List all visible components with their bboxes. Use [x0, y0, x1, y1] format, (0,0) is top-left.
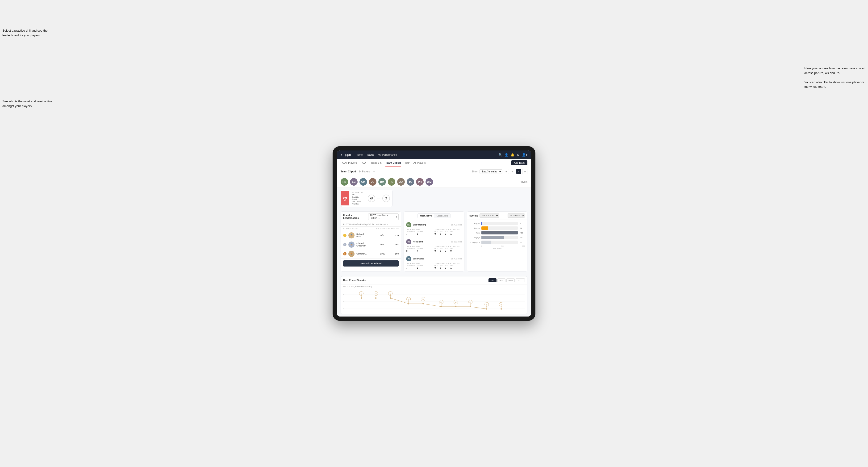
pac-practice-value-1: 6 — [417, 232, 423, 235]
sub-nav-all-players[interactable]: All Players — [413, 159, 426, 166]
par-filter-select[interactable]: Par 3, 4 & 5s — [479, 214, 499, 218]
player-filter-select[interactable]: All Players — [507, 214, 525, 218]
streaks-tab-putt[interactable]: PUTT — [516, 278, 525, 282]
sub-nav-pga[interactable]: PGA — [361, 159, 366, 166]
avatar[interactable]: JC — [369, 178, 376, 186]
svg-point-6 — [361, 298, 362, 299]
shot-distance-box: 198 yd — [341, 191, 349, 206]
pac-activities-group-2: Total Practice Activities OTT 0 APP 0 — [434, 245, 462, 252]
add-team-button[interactable]: Add Team — [511, 160, 527, 165]
grid-large-view-btn[interactable]: ⊟ — [510, 169, 515, 174]
pac-name-2: Rees Britt — [413, 241, 450, 243]
leaderboard-col-headers: PLAYER NAME PB SCORE PB AVG SQ — [341, 227, 401, 231]
table-view-btn[interactable]: ⊠ — [522, 169, 527, 174]
svg-point-38 — [486, 308, 487, 310]
shot-left-value: 16 — [370, 196, 373, 199]
pac-date-3: 26 Aug 2023 — [451, 258, 462, 260]
annotation-bottom-left: See who is the most and least active amo… — [2, 99, 54, 108]
avatar[interactable]: RB — [388, 178, 395, 186]
pac-stats-1: Total Rounds Tournament 7 Practice 6 — [406, 228, 462, 235]
avatar[interactable]: EC — [350, 178, 358, 186]
player-avg-2: 107 — [387, 243, 399, 246]
shot-info: Shot Dist: 16 yds Start Lie: Rough End L… — [349, 190, 365, 207]
streaks-title: Best Round Streaks — [343, 279, 489, 282]
svg-point-14 — [390, 298, 391, 299]
most-active-tab[interactable]: Most Active — [418, 214, 434, 218]
sub-nav-pgat[interactable]: PGAT Players — [341, 159, 357, 166]
scoring-title: Scoring — [469, 214, 478, 217]
edit-icon[interactable]: ✏ — [373, 170, 375, 173]
bell-icon[interactable]: 🔔 — [511, 153, 515, 157]
show-select[interactable]: Last 3 months — [479, 169, 502, 174]
pac-tournament-1: Tournament 7 — [406, 231, 415, 235]
bar-row-dbogeys: D. Bogeys + 131 — [469, 241, 525, 244]
nav-bar: clippd Home Teams My Performance 🔍 👤 🔔 ⚙… — [337, 151, 531, 159]
pac-rounds-group-2: Total Rounds Tournament 8 Practice 4 — [406, 245, 434, 252]
svg-point-22 — [423, 303, 424, 305]
player-avg-1: 110 — [387, 234, 399, 237]
svg-text:3x: 3x — [500, 304, 502, 305]
pac-stats-3: Total Rounds Tournament 7 Practice 2 — [406, 262, 462, 269]
streaks-tab-ott[interactable]: OTT — [489, 278, 497, 282]
pac-practice-label-2: Practice — [417, 248, 423, 250]
streaks-tab-app[interactable]: APP — [497, 278, 505, 282]
list-view-btn[interactable]: ≡ — [516, 169, 521, 174]
avatar[interactable]: RB — [341, 178, 348, 186]
pac-putt-2: PUTT 0 — [450, 248, 455, 252]
pac-activities-label-1: Total Practice Activities — [434, 228, 462, 230]
pac-rounds-row-2: Tournament 8 Practice 4 — [406, 248, 434, 252]
annotation-top-left: Select a practice drill and see the lead… — [2, 28, 54, 37]
pac-stats-2: Total Rounds Tournament 8 Practice 4 — [406, 245, 462, 252]
settings-icon[interactable]: ⚙ — [517, 153, 520, 157]
avatar[interactable]: BM — [378, 178, 386, 186]
avatar[interactable]: PH — [416, 178, 424, 186]
sub-nav-team-clippd[interactable]: Team Clippd — [385, 159, 401, 166]
view-full-leaderboard-button[interactable]: View Full Leaderboard — [343, 260, 399, 267]
svg-text:6: 6 — [343, 294, 344, 296]
user-icon[interactable]: 👤 — [504, 153, 508, 157]
sub-nav-tour[interactable]: Tour — [404, 159, 409, 166]
streaks-card: Best Round Streaks OTT APP ARG PUTT Off … — [341, 276, 527, 314]
shot-right-label: yds — [385, 199, 387, 200]
nav-link-performance[interactable]: My Performance — [378, 152, 397, 157]
nav-link-home[interactable]: Home — [356, 152, 363, 157]
leaderboard-title: Practice Leaderboards — [343, 214, 366, 219]
sub-nav-hcaps[interactable]: Hcaps 1-5 — [370, 159, 382, 166]
bar-row-bogeys: Bogeys 311 — [469, 236, 525, 239]
pac-app-1: APP 0 — [440, 231, 443, 235]
bar-value-pars: 499 — [520, 232, 525, 234]
grid-small-view-btn[interactable]: ⊞ — [504, 169, 509, 174]
streaks-tab-arg[interactable]: ARG — [506, 278, 515, 282]
leaderboard-dropdown[interactable]: PUTT Must Make Putting ... ▾ — [368, 214, 399, 220]
avatar-icon[interactable]: 👤▾ — [522, 153, 527, 157]
nav-link-teams[interactable]: Teams — [367, 152, 374, 157]
avatar[interactable]: JO — [397, 178, 405, 186]
pac-practice-2: Practice 4 — [417, 248, 423, 252]
svg-point-10 — [375, 298, 377, 299]
activity-header: Most Active Least Active — [404, 212, 464, 220]
svg-text:3x: 3x — [486, 304, 488, 305]
avatar[interactable]: CM — [360, 178, 367, 186]
col-pb-avg: PB AVG SQ — [387, 228, 399, 230]
bar-track-pars — [482, 231, 518, 235]
pac-name-1: Blair McHarg — [413, 224, 450, 226]
avatar[interactable]: WM — [426, 178, 433, 186]
svg-point-26 — [441, 306, 442, 307]
player-score-2: 18/20 — [371, 243, 385, 246]
avatar[interactable]: TC — [407, 178, 414, 186]
streaks-section: Best Round Streaks OTT APP ARG PUTT Off … — [337, 274, 531, 316]
team-header: Team Clippd 14 Players ✏ Show: Last 3 mo… — [337, 167, 531, 176]
shot-dash: — — [377, 196, 380, 200]
search-icon[interactable]: 🔍 — [498, 153, 502, 157]
bar-value-bogeys: 311 — [520, 237, 525, 239]
pac-activities-row-1: OTT 0 APP 0 ARG 0 — [434, 231, 462, 235]
axis-0: 0 — [482, 245, 483, 247]
dropdown-chevron-icon: ▾ — [396, 216, 397, 218]
bar-label-bogeys: Bogeys — [469, 237, 480, 239]
shot-circle-left: 16 yds — [368, 195, 375, 202]
pac-putt-value-1: 1 — [450, 232, 455, 235]
least-active-tab[interactable]: Least Active — [434, 214, 451, 218]
pac-date-2: 02 Sep 2023 — [451, 241, 462, 243]
streaks-tabs: OTT APP ARG PUTT — [489, 278, 525, 282]
pac-tournament-2: Tournament 8 — [406, 248, 415, 252]
